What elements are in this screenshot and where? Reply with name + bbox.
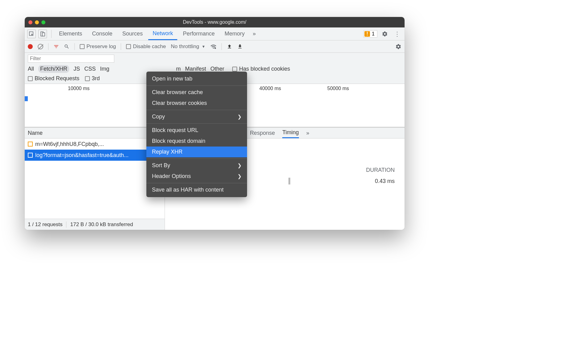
export-har-icon[interactable] <box>237 44 243 49</box>
chevron-right-icon: ❯ <box>237 163 242 168</box>
clear-button[interactable] <box>38 44 43 49</box>
menu-label: Block request domain <box>152 138 205 144</box>
menu-label: Open in new tab <box>152 76 192 82</box>
filter-type-fetch-xhr[interactable]: Fetch/XHR <box>38 65 69 73</box>
caret-down-icon: ▼ <box>202 44 205 49</box>
device-toggle-icon[interactable] <box>38 30 47 38</box>
name-column-header[interactable]: Name <box>25 127 165 139</box>
menu-open-in-new-tab[interactable]: Open in new tab <box>146 73 247 84</box>
filter-toggle-icon[interactable] <box>53 44 59 49</box>
checkbox-icon <box>80 44 85 49</box>
import-har-icon[interactable] <box>227 44 232 49</box>
request-rows: m=Wt6vjf,hhhU8,FCpbqb,... log?format=jso… <box>25 139 165 219</box>
divider <box>121 43 121 50</box>
preserve-log-check[interactable]: Preserve log <box>80 43 116 50</box>
menu-copy[interactable]: Copy❯ <box>146 111 247 122</box>
checkbox-icon <box>232 67 237 72</box>
svg-point-3 <box>214 47 216 49</box>
status-bar: 1 / 12 requests 172 B / 30.0 kB transfer… <box>25 219 165 230</box>
filter-type-all[interactable]: All <box>28 66 34 72</box>
separator <box>146 159 247 159</box>
disable-cache-label: Disable cache <box>133 43 166 50</box>
request-name: log?format=json&hasfast=true&auth... <box>35 152 128 159</box>
checkbox-icon <box>28 76 33 81</box>
tab-network[interactable]: Network <box>148 27 177 40</box>
menu-label: Copy <box>152 114 165 120</box>
filter-type-js[interactable]: JS <box>74 66 80 72</box>
request-list-panel: Name m=Wt6vjf,hhhU8,FCpbqb,... log?forma… <box>25 127 165 230</box>
search-icon[interactable] <box>64 44 69 49</box>
timeline-mark: 50000 ms <box>284 86 352 91</box>
menu-sort-by[interactable]: Sort By❯ <box>146 160 247 171</box>
menu-clear-browser-cookies[interactable]: Clear browser cookies <box>146 98 247 109</box>
more-tabs-icon[interactable]: » <box>250 31 258 37</box>
menu-save-all-as-har[interactable]: Save all as HAR with content <box>146 184 247 195</box>
menu-replay-xhr[interactable]: Replay XHR <box>146 147 247 157</box>
kebab-menu-icon[interactable]: ⋮ <box>392 30 402 38</box>
separator <box>146 110 247 110</box>
blocked-requests-label: Blocked Requests <box>35 75 79 82</box>
menu-clear-browser-cache[interactable]: Clear browser cache <box>146 87 247 98</box>
chevron-right-icon: ❯ <box>237 114 242 120</box>
tab-elements[interactable]: Elements <box>55 27 86 40</box>
devtools-window: DevTools - www.google.com/ Elements Cons… <box>25 17 405 230</box>
menu-header-options[interactable]: Header Options❯ <box>146 171 247 182</box>
chevron-right-icon: ❯ <box>237 173 242 179</box>
menu-label: Block request URL <box>152 127 198 134</box>
filter-type-other[interactable]: Other <box>210 66 224 72</box>
requests-count: 1 / 12 requests <box>28 221 62 228</box>
menu-label: Sort By <box>152 162 170 169</box>
preserve-log-label: Preserve log <box>86 43 116 50</box>
queueing-value: 0.43 ms <box>375 178 395 184</box>
tab-performance[interactable]: Performance <box>178 27 219 40</box>
main-tabs: Elements Console Sources Network Perform… <box>25 27 405 40</box>
xhr-icon <box>28 153 33 158</box>
record-button[interactable] <box>28 44 33 49</box>
divider <box>74 43 75 50</box>
tab-sources[interactable]: Sources <box>118 27 147 40</box>
disable-cache-check[interactable]: Disable cache <box>126 43 166 50</box>
third-party-label: 3rd <box>92 75 100 82</box>
throttling-select[interactable]: No throttling ▼ <box>171 43 205 50</box>
network-toolbar: Preserve log Disable cache No throttling… <box>25 40 405 53</box>
network-settings-gear-icon[interactable] <box>395 43 401 50</box>
request-row[interactable]: m=Wt6vjf,hhhU8,FCpbqb,... <box>25 139 165 150</box>
menu-label: Clear browser cache <box>152 89 203 96</box>
issues-badge[interactable]: ! 1 <box>363 30 377 38</box>
tab-memory[interactable]: Memory <box>220 27 249 40</box>
filter-type-img[interactable]: Img <box>100 66 109 72</box>
checkbox-icon <box>126 44 131 49</box>
menu-block-request-domain[interactable]: Block request domain <box>146 136 247 147</box>
checkbox-icon <box>85 76 90 81</box>
more-tabs-icon[interactable]: » <box>306 130 309 136</box>
tab-console[interactable]: Console <box>88 27 117 40</box>
menu-block-request-url[interactable]: Block request URL <box>146 125 247 136</box>
blocked-requests-check[interactable]: Blocked Requests <box>28 75 79 82</box>
inspect-element-icon[interactable] <box>27 30 36 38</box>
titlebar: DevTools - www.google.com/ <box>25 17 405 27</box>
filter-input[interactable] <box>28 55 114 63</box>
divider <box>66 221 66 228</box>
request-name: m=Wt6vjf,hhhU8,FCpbqb,... <box>35 141 104 147</box>
throttling-label: No throttling <box>171 43 199 50</box>
filter-type-wasm[interactable]: m <box>176 66 181 72</box>
timeline-mark: 10000 ms <box>25 86 93 91</box>
window-title: DevTools - www.google.com/ <box>25 19 405 25</box>
has-blocked-cookies-check[interactable]: Has blocked cookies <box>232 66 290 72</box>
tab-response[interactable]: Response <box>250 130 275 136</box>
divider <box>48 43 48 50</box>
request-row-selected[interactable]: log?format=json&hasfast=true&auth... <box>25 150 165 161</box>
separator <box>146 183 247 183</box>
tab-timing[interactable]: Timing <box>282 128 299 138</box>
menu-label: Header Options <box>152 173 191 180</box>
third-party-check[interactable]: 3rd <box>85 75 100 82</box>
filter-type-manifest[interactable]: Manifest <box>185 66 206 72</box>
settings-gear-icon[interactable] <box>379 31 391 37</box>
separator <box>146 123 247 124</box>
network-conditions-icon[interactable] <box>210 43 216 50</box>
svg-rect-2 <box>42 33 45 36</box>
filter-type-css[interactable]: CSS <box>84 66 96 72</box>
menu-label: Replay XHR <box>152 149 183 155</box>
context-menu: Open in new tab Clear browser cache Clea… <box>146 72 247 197</box>
divider <box>221 43 222 50</box>
